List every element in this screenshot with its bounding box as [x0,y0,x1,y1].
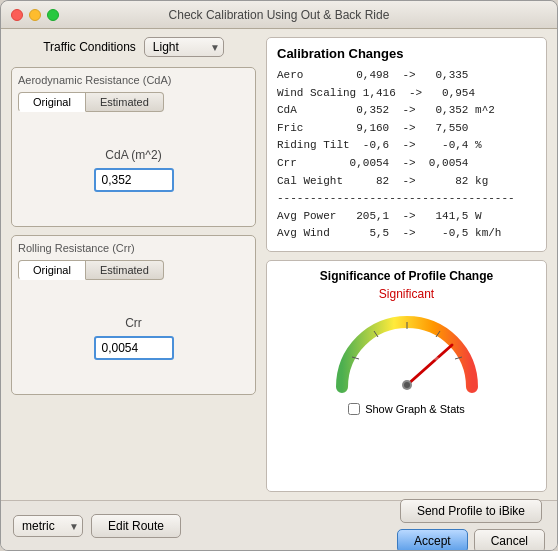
minimize-button[interactable] [29,9,41,21]
cda-tab-estimated[interactable]: Estimated [86,92,164,112]
show-graph-label: Show Graph & Stats [365,403,465,415]
crr-section: Rolling Resistance (Crr) Original Estima… [11,235,256,395]
show-graph-row: Show Graph & Stats [277,403,536,415]
main-window: Check Calibration Using Out & Back Ride … [0,0,558,551]
traffic-label: Traffic Conditions [43,40,136,54]
cda-field-input[interactable] [94,168,174,192]
cda-field-label: CdA (m^2) [105,148,161,162]
cda-tab-original[interactable]: Original [18,92,86,112]
accept-button[interactable]: Accept [397,529,468,552]
sig-title: Significance of Profile Change [277,269,536,283]
show-graph-checkbox[interactable] [348,403,360,415]
calibration-table: Aero 0,498 -> 0,335 Wind Scaling 1,416 -… [277,67,536,243]
crr-field-input[interactable] [94,336,174,360]
bottom-bar: metric imperial ▼ Edit Route Send Profil… [1,500,557,550]
main-content: Traffic Conditions Light Medium Heavy ▼ … [1,29,557,500]
cda-tabs: Original Estimated [18,92,249,112]
traffic-select[interactable]: Light Medium Heavy [144,37,224,57]
left-panel: Traffic Conditions Light Medium Heavy ▼ … [11,37,256,492]
cda-section: Aerodynamic Resistance (CdA) Original Es… [11,67,256,227]
cda-title: Aerodynamic Resistance (CdA) [18,74,249,86]
bottom-left: metric imperial ▼ Edit Route [13,514,181,538]
send-profile-button[interactable]: Send Profile to iBike [400,499,542,523]
calibration-section: Calibration Changes Aero 0,498 -> 0,335 … [266,37,547,252]
unit-select-wrapper: metric imperial ▼ [13,515,83,537]
crr-tabs: Original Estimated [18,260,249,280]
bottom-right: Send Profile to iBike Accept Cancel [397,499,545,552]
unit-select[interactable]: metric imperial [13,515,83,537]
maximize-button[interactable] [47,9,59,21]
sig-level: Significant [277,287,536,301]
crr-tab-original[interactable]: Original [18,260,86,280]
significance-section: Significance of Profile Change Significa… [266,260,547,492]
window-title: Check Calibration Using Out & Back Ride [169,8,390,22]
gauge-container [277,307,536,397]
calibration-title: Calibration Changes [277,46,536,61]
crr-title: Rolling Resistance (Crr) [18,242,249,254]
svg-point-7 [404,382,410,388]
gauge-svg [327,307,487,397]
crr-field-area: Crr [18,288,249,388]
crr-tab-estimated[interactable]: Estimated [86,260,164,280]
close-button[interactable] [11,9,23,21]
crr-field-label: Crr [125,316,142,330]
cancel-button[interactable]: Cancel [474,529,545,552]
action-buttons: Accept Cancel [397,529,545,552]
titlebar: Check Calibration Using Out & Back Ride [1,1,557,29]
right-panel: Calibration Changes Aero 0,498 -> 0,335 … [266,37,547,492]
traffic-select-wrapper: Light Medium Heavy ▼ [144,37,224,57]
edit-route-button[interactable]: Edit Route [91,514,181,538]
window-controls [11,9,59,21]
cda-field-area: CdA (m^2) [18,120,249,220]
traffic-conditions-row: Traffic Conditions Light Medium Heavy ▼ [11,37,256,57]
